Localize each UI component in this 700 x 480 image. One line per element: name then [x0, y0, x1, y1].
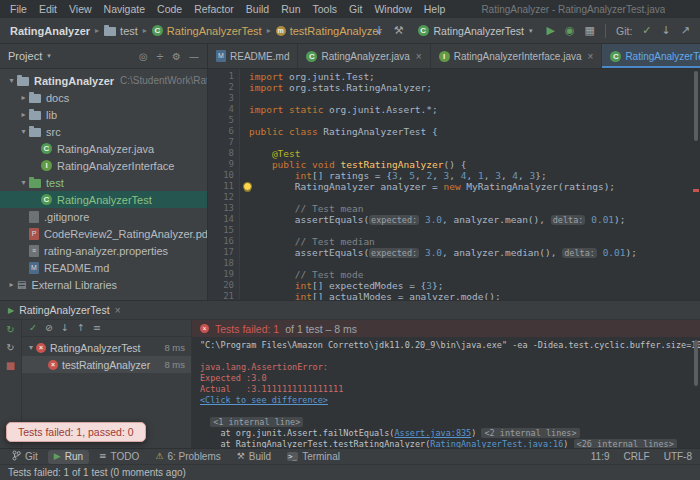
close-icon[interactable]: ×	[115, 305, 121, 316]
project-tree-item-codereview2-ratinganalyzer-pdf[interactable]: PCodeReview2_RatingAnalyzer.pdf	[0, 225, 207, 242]
run-tab-label[interactable]: RatingAnalyzerTest	[19, 304, 109, 316]
chevron-down-icon[interactable]: ▾	[18, 178, 29, 187]
update-project-icon[interactable]: ↓	[374, 25, 383, 36]
line-number: 18	[208, 258, 234, 269]
editor-code-area[interactable]: import org.junit.Test;import org.stats.R…	[240, 69, 700, 300]
editor-tab-readme-md[interactable]: MREADME.md	[208, 44, 298, 68]
settings-gear-icon[interactable]: ⚙	[172, 51, 181, 62]
code-line: assertEquals(expected: 3.0, analyzer.mea…	[249, 214, 700, 225]
console-text: Actual :3.1111111111111111	[200, 384, 343, 394]
toolwindow-button-6-problems[interactable]: ⚠6: Problems	[149, 450, 226, 464]
menu-navigate[interactable]: Navigate	[98, 3, 151, 15]
menu-view[interactable]: View	[63, 3, 98, 15]
caret-position[interactable]: 11:9	[591, 451, 610, 462]
git-update-icon[interactable]: ↓	[662, 25, 671, 36]
breadcrumb-test[interactable]: test	[104, 25, 138, 37]
intention-bulb-icon[interactable]	[243, 182, 252, 191]
console-scrollbar[interactable]	[694, 340, 698, 386]
git-commit-icon[interactable]: ✓	[642, 25, 651, 36]
menu-run[interactable]: Run	[275, 3, 306, 15]
breadcrumb-ratinganalyzer[interactable]: RatingAnalyzer	[10, 25, 90, 37]
error-stripe-mark[interactable]	[693, 189, 699, 192]
project-tree-item-ratinganalyzer-java[interactable]: CRatingAnalyzer.java	[0, 140, 207, 157]
line-separator[interactable]: CRLF	[624, 451, 650, 462]
stop-icon[interactable]: ■	[6, 361, 15, 371]
rerun-tests-icon[interactable]: ↻	[6, 325, 14, 335]
toolwindow-button-run[interactable]: ▶Run	[48, 450, 89, 464]
show-ignored-icon[interactable]: ⊘	[45, 323, 53, 333]
menu-file[interactable]: File	[4, 3, 33, 15]
build-hammer-icon[interactable]: ⚒	[394, 25, 404, 36]
project-tree-item-test[interactable]: ▾test	[0, 174, 207, 191]
project-tree-item-docs[interactable]: ▸docs	[0, 89, 207, 106]
project-tree-item-lib[interactable]: ▸lib	[0, 106, 207, 123]
project-tree-item-ratinganalyzer[interactable]: ▾RatingAnalyzerC:\StudentWork\RatingAnal…	[0, 72, 207, 89]
collapse-all-icon[interactable]: ÷	[156, 51, 164, 62]
menu-window[interactable]: Window	[368, 3, 417, 15]
show-passed-icon[interactable]: ✓	[29, 323, 37, 333]
notification-balloon[interactable]: Tests failed: 1, passed: 0	[6, 422, 146, 442]
hide-panel-icon[interactable]: —	[189, 51, 199, 62]
toolwindow-button-build[interactable]: ⚒Build	[231, 450, 277, 464]
code-token: new	[443, 181, 460, 192]
line-number: 21	[208, 291, 234, 302]
breadcrumb-ratinganalyzertest[interactable]: CRatingAnalyzerTest	[152, 25, 262, 37]
console-link[interactable]: <Click to see difference>	[200, 395, 328, 405]
test-result-ratinganalyzertest[interactable]: ▾×RatingAnalyzerTest8 ms	[22, 339, 191, 356]
menu-help[interactable]: Help	[418, 3, 452, 15]
menu-code[interactable]: Code	[151, 3, 188, 15]
console-line: "C:\Program Files\Amazon Corretto\jdk11.…	[200, 340, 700, 351]
project-tree-item-ratinganalyzertest[interactable]: CRatingAnalyzerTest	[0, 191, 207, 208]
list-view-icon[interactable]: ≡	[93, 323, 101, 333]
toolwindow-button-terminal[interactable]: >_Terminal	[281, 450, 346, 464]
chevron-down-icon[interactable]: ▾	[47, 52, 51, 60]
chevron-down-icon[interactable]: ▾	[26, 343, 36, 352]
test-result-testratinganalyzer[interactable]: ×testRatingAnalyzer8 ms	[22, 356, 191, 373]
console-output[interactable]: "C:\Program Files\Amazon Corretto\jdk11.…	[192, 337, 700, 448]
project-tree-item-gitignore[interactable]: .gitignore	[0, 208, 207, 225]
project-tree-item-readme-md[interactable]: MREADME.md	[0, 259, 207, 276]
console-link[interactable]: Assert.java:835	[394, 428, 471, 438]
code-editor[interactable]: 123456789101112131415161718192021 import…	[208, 69, 700, 300]
tab-close-icon[interactable]: ×	[416, 51, 422, 62]
menu-edit[interactable]: Edit	[33, 3, 63, 15]
project-tree-item-rating-analyzer-properties[interactable]: ≡rating-analyzer.properties	[0, 242, 207, 259]
editor-tab-ratinganalyzerinterface-java[interactable]: IRatingAnalyzerInterface.java×	[431, 44, 603, 68]
folded-lines-chip[interactable]: <1 internal line>	[210, 417, 303, 427]
toolwindow-button-git[interactable]: Git	[6, 450, 44, 464]
chevron-right-icon[interactable]: ▸	[18, 93, 29, 102]
console-link[interactable]: RatingAnalyzerTest.java:16	[430, 439, 563, 448]
run-configuration-select[interactable]: CRatingAnalyzerTest▾	[414, 24, 537, 38]
coverage-button[interactable]: ▦	[585, 25, 595, 36]
editor-scrollbar[interactable]	[694, 71, 698, 141]
project-tree-item-src[interactable]: ▾src	[0, 123, 207, 140]
run-button[interactable]: ▶	[547, 25, 555, 36]
editor-tab-ratinganalyzertest-java[interactable]: CRatingAnalyzerTest.java×	[602, 44, 700, 68]
editor-tab-ratinganalyzer-java[interactable]: CRatingAnalyzer.java×	[298, 44, 430, 68]
project-header-label[interactable]: Project	[8, 50, 42, 62]
project-tree-item-ratinganalyzerinterface[interactable]: IRatingAnalyzerInterface	[0, 157, 207, 174]
debug-button[interactable]: ◉	[565, 25, 575, 36]
chevron-right-icon[interactable]: ▸	[6, 280, 17, 289]
toolwindow-button-todo[interactable]: ≡TODO	[93, 450, 145, 464]
folded-lines-chip[interactable]: <26 internal lines>	[574, 439, 677, 448]
menu-build[interactable]: Build	[240, 3, 275, 15]
locate-file-icon[interactable]: ◎	[139, 51, 148, 62]
code-line	[249, 225, 700, 236]
chevron-right-icon[interactable]: ▸	[18, 110, 29, 119]
project-tree-panel: ▾RatingAnalyzerC:\StudentWork\RatingAnal…	[0, 69, 208, 300]
breadcrumb-testratinganalyzer[interactable]: mtestRatingAnalyzer	[276, 25, 382, 37]
rerun-failed-tests-icon[interactable]: ↻	[6, 343, 14, 353]
menu-git[interactable]: Git	[343, 3, 368, 15]
sort-descending-icon[interactable]: ↓	[61, 323, 69, 333]
file-encoding[interactable]: UTF-8	[664, 451, 692, 462]
project-tree-item-external-libraries[interactable]: ▸▤External Libraries	[0, 276, 207, 293]
git-push-icon[interactable]: ↗	[681, 25, 690, 36]
folded-lines-chip[interactable]: <2 internal lines>	[481, 428, 579, 438]
tab-close-icon[interactable]: ×	[588, 51, 594, 62]
sort-ascending-icon[interactable]: ↑	[77, 323, 85, 333]
menu-refactor[interactable]: Refactor	[188, 3, 240, 15]
chevron-down-icon[interactable]: ▾	[18, 127, 29, 136]
menu-tools[interactable]: Tools	[306, 3, 343, 15]
chevron-down-icon[interactable]: ▾	[6, 76, 17, 85]
